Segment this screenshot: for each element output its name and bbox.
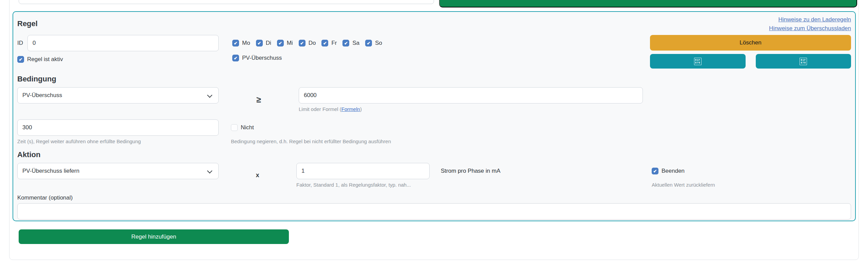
check-icon: ✔ <box>257 41 261 45</box>
check-icon: ✔ <box>278 41 282 45</box>
check-icon: ✔ <box>653 169 657 173</box>
condition-select-value: PV-Überschuss <box>22 92 62 99</box>
previous-rule-comment-input-partial[interactable] <box>19 0 434 4</box>
rule-card: Regel Hinweise zu den Laderegeln Hinweis… <box>13 11 856 221</box>
delete-rule-button[interactable]: Löschen <box>650 35 851 51</box>
move-rule-down-button[interactable]: 01F878 <box>756 54 851 69</box>
day-checkbox-do[interactable]: ✔ Do <box>299 40 316 46</box>
day-checkbox-mi[interactable]: ✔ Mi <box>277 40 293 46</box>
condition-type-select[interactable]: PV-Überschuss <box>17 87 219 104</box>
factor-help-text: Faktor, Standard 1, als Regelungsfaktor,… <box>296 182 430 188</box>
help-links: Hinweise zu den Laderegeln Hinweise zum … <box>769 15 851 33</box>
check-icon: ✔ <box>323 41 327 45</box>
condition-title: Bedingung <box>17 75 851 83</box>
condition-operator: ≥ <box>219 87 299 112</box>
day-checkbox-so[interactable]: ✔ So <box>365 40 382 46</box>
move-buttons-row: 01F879 01F878 <box>650 54 851 69</box>
rule-buttons-column: Löschen 01F879 01F878 <box>650 35 851 69</box>
action-operator: x <box>219 163 296 188</box>
rule-meta-row: ID ✔ Regel ist aktiv ✔ Mo ✔ Di <box>17 35 851 69</box>
check-icon: ✔ <box>234 56 238 60</box>
weekday-checkboxes: ✔ Mo ✔ Di ✔ Mi ✔ Do <box>232 36 650 50</box>
day-checkbox-mo[interactable]: ✔ Mo <box>232 40 250 46</box>
pv-surplus-checkbox[interactable]: ✔ PV-Überschuss <box>232 55 282 61</box>
condition-row: PV-Überschuss ≥ Limit oder Formel (Forme… <box>17 87 851 112</box>
days-column: ✔ Mo ✔ Di ✔ Mi ✔ Do <box>232 35 650 61</box>
rule-card-header: Regel Hinweise zu den Laderegeln Hinweis… <box>17 15 851 33</box>
check-icon: ✔ <box>367 41 371 45</box>
page: Regel Hinweise zu den Laderegeln Hinweis… <box>0 0 868 263</box>
chevron-down-icon <box>207 93 213 98</box>
condition-time-row: Zeit (s), Regel weiter auführen ohne erf… <box>17 119 851 144</box>
day-checkbox-fr[interactable]: ✔ Fr <box>321 40 337 46</box>
action-type-select[interactable]: PV-Überschuss liefern <box>17 163 219 179</box>
factor-unit-label: Strom pro Phase in mA <box>430 163 640 179</box>
check-icon: ✔ <box>344 41 348 45</box>
action-section: Aktion PV-Überschuss liefern x Faktor, S… <box>17 150 851 188</box>
condition-section: Bedingung PV-Überschuss ≥ Limit oder For… <box>17 75 851 144</box>
id-label: ID <box>17 40 27 46</box>
comment-label: Kommentar (optional) <box>17 194 851 201</box>
action-title: Aktion <box>17 150 851 159</box>
comment-section: Kommentar (optional) <box>17 194 851 220</box>
limit-help-text: Limit oder Formel (Formeln) <box>299 106 643 112</box>
action-row: PV-Überschuss liefern x Faktor, Standard… <box>17 163 851 188</box>
rule-active-checkbox[interactable]: ✔ Regel ist aktiv <box>17 56 63 63</box>
condition-time-input[interactable] <box>17 119 219 136</box>
id-column: ID ✔ Regel ist aktiv <box>17 35 219 63</box>
rule-title: Regel <box>17 19 38 28</box>
beenden-help-text: Aktuellen Wert zurückliefern <box>652 182 851 188</box>
checkbox-box: ✔ <box>17 56 24 63</box>
condition-limit-input[interactable] <box>299 87 643 104</box>
day-checkbox-sa[interactable]: ✔ Sa <box>342 40 359 46</box>
previous-rule-save-button-partial[interactable] <box>439 0 857 7</box>
not-help-text: Bedingung negieren, d.h. Regel bei nicht… <box>231 138 851 144</box>
check-icon: ✔ <box>300 41 304 45</box>
check-icon: ✔ <box>234 41 238 45</box>
missing-glyph-arrow-up-icon: 01F879 <box>694 58 702 65</box>
chevron-down-icon <box>207 168 213 174</box>
link-surplus-charging-help[interactable]: Hinweise zum Überschussladen <box>769 24 851 33</box>
action-select-value: PV-Überschuss liefern <box>22 168 79 174</box>
link-charging-rules-help[interactable]: Hinweise zu den Laderegeln <box>769 15 851 24</box>
not-checkbox[interactable]: ✔ Nicht <box>231 124 254 131</box>
beenden-checkbox[interactable]: ✔ Beenden <box>652 168 685 174</box>
day-checkbox-di[interactable]: ✔ Di <box>256 40 271 46</box>
comment-input[interactable] <box>17 203 851 220</box>
rule-id-input[interactable] <box>27 35 219 51</box>
add-rule-button[interactable]: Regel hinzufügen <box>19 229 289 244</box>
missing-glyph-arrow-down-icon: 01F878 <box>800 58 807 65</box>
check-icon: ✔ <box>19 57 23 62</box>
formulas-link[interactable]: Formeln <box>341 106 360 112</box>
action-factor-input[interactable] <box>296 163 430 179</box>
time-help-text: Zeit (s), Regel weiter auführen ohne erf… <box>17 138 219 144</box>
move-rule-up-button[interactable]: 01F879 <box>650 54 746 69</box>
